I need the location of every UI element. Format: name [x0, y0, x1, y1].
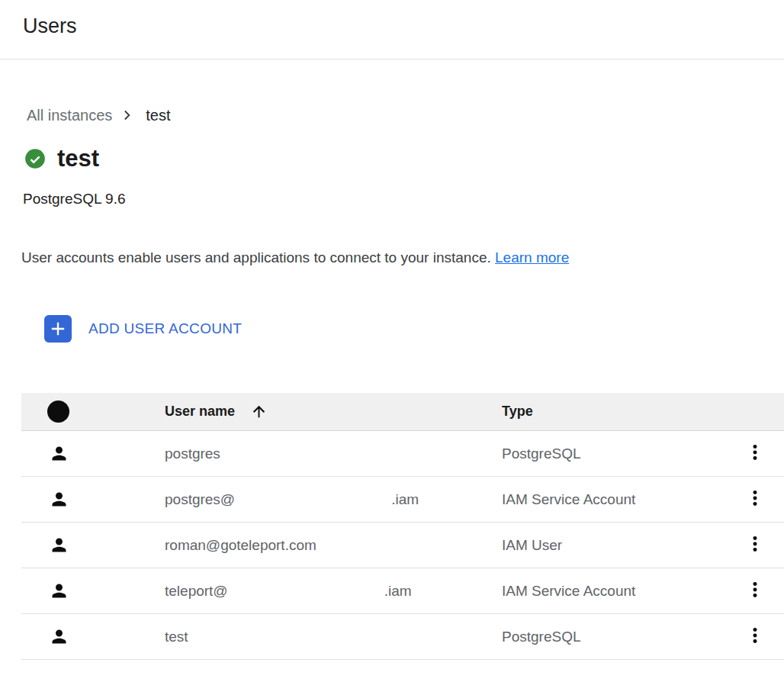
table-row: postgres PostgreSQL: [21, 431, 784, 477]
page-header: Users: [0, 0, 784, 60]
kebab-menu-icon: [745, 580, 765, 602]
description-text: User accounts enable users and applicati…: [21, 249, 784, 266]
circle-icon: [47, 401, 69, 423]
instance-version: PostgreSQL 9.6: [23, 191, 784, 207]
person-icon: [49, 443, 69, 464]
user-name-header-label: User name: [165, 404, 235, 420]
table-row: teleport@ .iam IAM Service Account: [21, 568, 784, 614]
row-actions-button[interactable]: [742, 577, 768, 605]
breadcrumb-current: test: [146, 107, 170, 124]
user-type: PostgreSQL: [502, 446, 581, 462]
table-body: postgres PostgreSQL: [21, 431, 784, 660]
user-type: IAM User: [502, 537, 562, 553]
avatar-column-header: [21, 401, 165, 423]
sort-ascending-icon: [250, 403, 268, 420]
plus-icon: [44, 315, 72, 343]
user-name: postgres: [165, 446, 220, 462]
column-header-type[interactable]: Type: [502, 404, 726, 420]
breadcrumb: All instances test: [27, 104, 784, 127]
person-icon: [49, 535, 69, 555]
instance-heading: test: [24, 143, 784, 174]
row-actions-button[interactable]: [742, 439, 768, 468]
user-type: IAM Service Account: [502, 583, 635, 599]
kebab-menu-icon: [745, 442, 765, 465]
person-icon: [49, 581, 69, 601]
description-body: User accounts enable users and applicati…: [21, 249, 491, 265]
column-header-user-name[interactable]: User name: [165, 403, 502, 420]
users-table: User name Type postgres PostgreSQL: [21, 393, 784, 660]
user-name: roman@goteleport.com: [165, 537, 316, 554]
table-row: roman@goteleport.com IAM User: [21, 523, 784, 568]
user-type: PostgreSQL: [502, 629, 581, 645]
kebab-menu-icon: [745, 488, 765, 510]
chevron-right-icon: [118, 107, 135, 124]
person-icon: [49, 489, 69, 510]
page-title: Users: [23, 12, 784, 40]
user-name: test: [165, 629, 188, 645]
table-row: test PostgreSQL: [21, 614, 784, 660]
user-name-suffix: .iam: [391, 491, 419, 508]
row-actions-button[interactable]: [742, 531, 768, 559]
user-name-suffix: .iam: [384, 583, 412, 600]
table-row: postgres@ .iam IAM Service Account: [21, 477, 784, 523]
row-actions-button[interactable]: [742, 622, 768, 651]
user-name: teleport@: [165, 583, 228, 600]
kebab-menu-icon: [745, 534, 765, 556]
add-user-account-label: ADD USER ACCOUNT: [88, 320, 242, 337]
check-circle-icon: [24, 148, 46, 169]
instance-name: test: [57, 145, 99, 172]
main-content: All instances test test PostgreSQL 9.6 U…: [0, 104, 784, 660]
table-header: User name Type: [21, 393, 784, 431]
person-icon: [49, 626, 69, 647]
row-actions-button[interactable]: [742, 485, 768, 513]
breadcrumb-all-instances[interactable]: All instances: [27, 107, 112, 124]
user-name: postgres@: [165, 491, 235, 508]
kebab-menu-icon: [745, 626, 765, 648]
learn-more-link[interactable]: Learn more: [495, 249, 569, 265]
user-type: IAM Service Account: [502, 491, 635, 507]
add-user-account-button[interactable]: ADD USER ACCOUNT: [44, 315, 242, 343]
